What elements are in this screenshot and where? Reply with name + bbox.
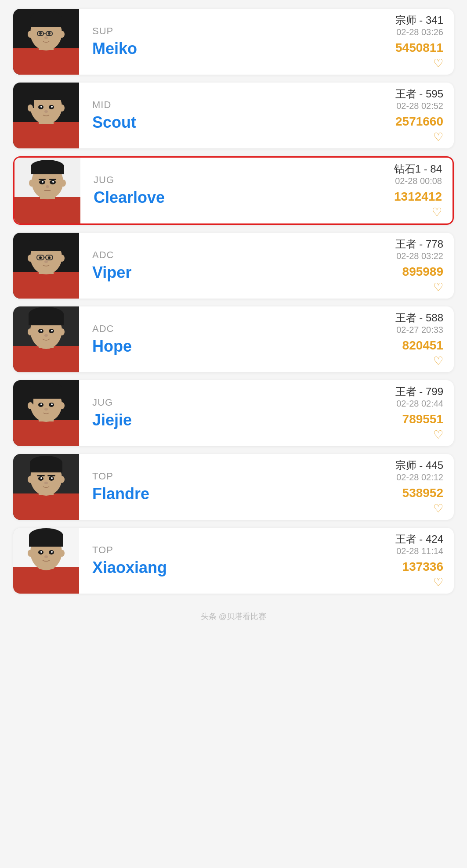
score-area: 2571660 ♡ — [395, 115, 443, 144]
player-info: JUG Clearlove — [80, 174, 363, 207]
player-info: ADC Viper — [79, 249, 364, 282]
heart-icon[interactable]: ♡ — [433, 281, 443, 294]
rank-date: 02-28 03:22 — [395, 251, 443, 261]
player-role: SUP — [92, 25, 351, 37]
svg-rect-38 — [39, 179, 46, 180]
player-role: MID — [92, 99, 351, 111]
svg-point-53 — [39, 256, 42, 259]
heart-icon[interactable]: ♡ — [432, 205, 442, 219]
player-stats: 王者 - 588 02-27 20:33 820451 ♡ — [364, 311, 443, 368]
player-card-hope[interactable]: ADC Hope 王者 - 588 02-27 20:33 820451 ♡ — [13, 306, 454, 372]
svg-rect-39 — [49, 179, 56, 180]
svg-point-108 — [40, 551, 42, 553]
player-avatar — [13, 454, 79, 520]
svg-point-82 — [44, 408, 48, 411]
rank-date: 02-28 02:12 — [395, 472, 443, 483]
score-number: 820451 — [402, 339, 443, 353]
rank-date: 02-28 02:52 — [395, 101, 443, 111]
player-avatar — [13, 528, 79, 594]
svg-point-69 — [28, 328, 33, 335]
svg-point-83 — [28, 402, 33, 409]
rank-text: 王者 - 595 — [395, 87, 443, 101]
player-info: SUP Meiko — [79, 25, 364, 58]
heart-icon[interactable]: ♡ — [433, 576, 443, 589]
svg-point-11 — [44, 36, 48, 39]
player-card-jiejie[interactable]: JUG Jiejie 王者 - 799 02-28 02:44 789551 ♡ — [13, 380, 454, 446]
svg-point-94 — [51, 477, 53, 479]
svg-point-68 — [44, 334, 48, 337]
svg-point-66 — [40, 330, 42, 331]
heart-icon[interactable]: ♡ — [433, 354, 443, 368]
svg-point-54 — [48, 256, 51, 259]
player-stats: 王者 - 424 02-28 11:14 137336 ♡ — [364, 532, 443, 589]
rank-text: 王者 - 588 — [395, 311, 443, 325]
svg-point-81 — [51, 403, 53, 405]
player-card-clearlove[interactable]: JUG Clearlove 钻石1 - 84 02-28 00:08 13124… — [13, 156, 454, 225]
score-number: 895989 — [402, 265, 443, 279]
player-info: MID Scout — [79, 99, 364, 132]
svg-point-37 — [52, 181, 54, 183]
heart-icon[interactable]: ♡ — [433, 502, 443, 515]
rank-info: 钻石1 - 84 02-28 00:08 — [394, 162, 442, 186]
svg-point-84 — [59, 402, 65, 409]
score-number: 137336 — [402, 560, 443, 574]
score-area: 1312412 ♡ — [394, 190, 442, 219]
svg-point-36 — [42, 181, 43, 183]
player-avatar — [13, 83, 79, 148]
svg-point-27 — [59, 104, 65, 112]
score-area: 820451 ♡ — [402, 339, 443, 368]
rank-text: 王者 - 778 — [395, 237, 443, 251]
player-card-scout[interactable]: MID Scout 王者 - 595 02-28 02:52 2571660 ♡ — [13, 83, 454, 148]
player-card-xiaoxiang[interactable]: TOP Xiaoxiang 王者 - 424 02-28 11:14 13733… — [13, 528, 454, 594]
rank-date: 02-28 02:44 — [395, 399, 443, 409]
svg-rect-45 — [13, 272, 79, 299]
svg-rect-95 — [37, 475, 45, 476]
rank-info: 王者 - 424 02-28 11:14 — [395, 532, 443, 556]
rank-info: 王者 - 588 02-27 20:33 — [395, 311, 443, 335]
rank-date: 02-28 03:26 — [395, 27, 443, 37]
rank-date: 02-28 11:14 — [395, 546, 443, 556]
svg-point-112 — [59, 550, 65, 557]
player-stats: 宗师 - 445 02-28 02:12 538952 ♡ — [364, 458, 443, 515]
player-role: JUG — [94, 174, 350, 186]
watermark: 头条 @贝塔看比赛 — [0, 602, 467, 630]
player-list: SUP Meiko 宗师 - 341 02-28 03:26 5450811 ♡ — [0, 0, 467, 602]
svg-rect-19 — [29, 90, 63, 100]
svg-point-55 — [44, 260, 48, 263]
svg-rect-59 — [13, 346, 79, 372]
player-role: TOP — [92, 471, 351, 482]
player-role: ADC — [92, 323, 351, 335]
player-info: TOP Flandre — [79, 471, 364, 503]
svg-rect-76 — [30, 389, 62, 399]
player-card-flandre[interactable]: TOP Flandre 宗师 - 445 02-28 02:12 538952 … — [13, 454, 454, 520]
player-info: JUG Jiejie — [79, 397, 364, 429]
player-avatar — [13, 380, 79, 446]
player-card-viper[interactable]: ADC Viper 王者 - 778 02-28 03:22 895989 ♡ — [13, 233, 454, 299]
rank-text: 王者 - 799 — [395, 385, 443, 399]
rank-date: 02-27 20:33 — [395, 325, 443, 335]
svg-point-26 — [28, 104, 33, 112]
svg-point-109 — [51, 551, 53, 553]
rank-text: 宗师 - 445 — [395, 458, 443, 472]
rank-info: 王者 - 778 02-28 03:22 — [395, 237, 443, 261]
player-name: Hope — [92, 337, 351, 356]
svg-rect-5 — [30, 18, 62, 27]
heart-icon[interactable]: ♡ — [433, 428, 443, 442]
heart-icon[interactable]: ♡ — [433, 130, 443, 144]
player-card-meiko[interactable]: SUP Meiko 宗师 - 341 02-28 03:26 5450811 ♡ — [13, 9, 454, 75]
svg-point-67 — [51, 330, 53, 331]
heart-icon[interactable]: ♡ — [433, 57, 443, 70]
player-name: Scout — [92, 113, 351, 132]
player-info: TOP Xiaoxiang — [79, 544, 364, 577]
score-number: 1312412 — [394, 190, 442, 204]
player-role: ADC — [92, 249, 351, 261]
score-area: 137336 ♡ — [402, 560, 443, 589]
svg-point-40 — [46, 185, 49, 188]
player-avatar — [13, 233, 79, 299]
svg-rect-15 — [13, 122, 79, 148]
player-avatar — [14, 158, 80, 223]
player-name: Jiejie — [92, 411, 351, 429]
player-avatar — [13, 9, 79, 75]
rank-info: 王者 - 799 02-28 02:44 — [395, 385, 443, 409]
rank-info: 宗师 - 341 02-28 03:26 — [395, 13, 443, 37]
